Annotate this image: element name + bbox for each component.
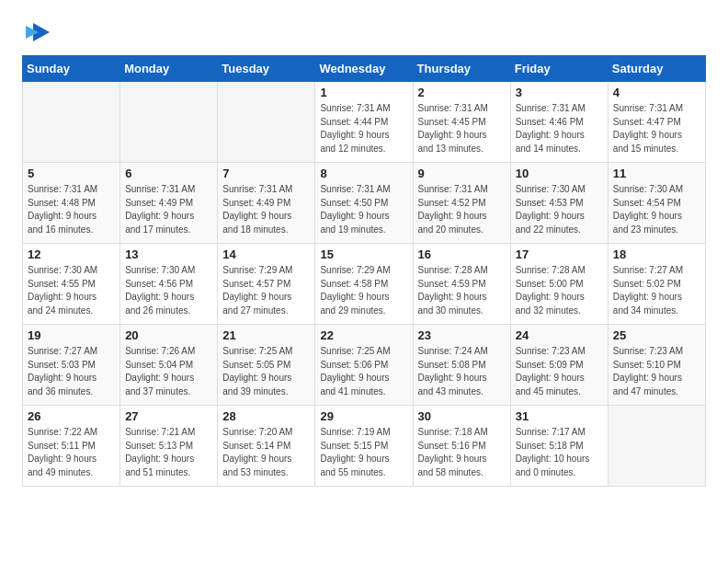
day-info: Sunrise: 7:18 AM Sunset: 5:16 PM Dayligh…: [418, 426, 506, 479]
day-info: Sunrise: 7:30 AM Sunset: 4:55 PM Dayligh…: [28, 264, 115, 317]
day-number: 28: [222, 409, 310, 423]
week-row-0: 1Sunrise: 7:31 AM Sunset: 4:44 PM Daylig…: [23, 82, 706, 163]
weekday-header-tuesday: Tuesday: [218, 56, 315, 82]
day-cell: 23Sunrise: 7:24 AM Sunset: 5:08 PM Dayli…: [413, 325, 510, 406]
day-cell: 4Sunrise: 7:31 AM Sunset: 4:47 PM Daylig…: [608, 82, 705, 163]
day-cell: 22Sunrise: 7:25 AM Sunset: 5:06 PM Dayli…: [315, 325, 413, 406]
day-cell: [218, 82, 315, 163]
day-info: Sunrise: 7:31 AM Sunset: 4:50 PM Dayligh…: [320, 183, 407, 236]
day-number: 5: [28, 167, 115, 180]
day-number: 21: [222, 328, 310, 342]
day-number: 22: [320, 328, 407, 342]
day-number: 16: [418, 247, 506, 261]
weekday-header-saturday: Saturday: [608, 56, 705, 82]
day-info: Sunrise: 7:31 AM Sunset: 4:44 PM Dayligh…: [320, 102, 407, 155]
day-number: 17: [516, 247, 603, 261]
day-info: Sunrise: 7:31 AM Sunset: 4:49 PM Dayligh…: [125, 183, 212, 236]
day-info: Sunrise: 7:27 AM Sunset: 5:03 PM Dayligh…: [28, 345, 115, 398]
day-info: Sunrise: 7:29 AM Sunset: 4:58 PM Dayligh…: [320, 264, 407, 317]
day-cell: 10Sunrise: 7:30 AM Sunset: 4:53 PM Dayli…: [510, 163, 608, 244]
calendar-table: SundayMondayTuesdayWednesdayThursdayFrid…: [22, 55, 706, 487]
day-cell: 24Sunrise: 7:23 AM Sunset: 5:09 PM Dayli…: [510, 325, 608, 406]
day-info: Sunrise: 7:20 AM Sunset: 5:14 PM Dayligh…: [222, 426, 310, 479]
day-info: Sunrise: 7:26 AM Sunset: 5:04 PM Dayligh…: [125, 345, 212, 398]
day-cell: 18Sunrise: 7:27 AM Sunset: 5:02 PM Dayli…: [608, 244, 705, 325]
day-info: Sunrise: 7:28 AM Sunset: 4:59 PM Dayligh…: [418, 264, 506, 317]
week-row-4: 26Sunrise: 7:22 AM Sunset: 5:11 PM Dayli…: [23, 406, 706, 487]
weekday-header-row: SundayMondayTuesdayWednesdayThursdayFrid…: [23, 56, 706, 82]
day-cell: 15Sunrise: 7:29 AM Sunset: 4:58 PM Dayli…: [315, 244, 413, 325]
week-row-2: 12Sunrise: 7:30 AM Sunset: 4:55 PM Dayli…: [23, 244, 706, 325]
day-cell: 31Sunrise: 7:17 AM Sunset: 5:18 PM Dayli…: [510, 406, 608, 487]
day-info: Sunrise: 7:21 AM Sunset: 5:13 PM Dayligh…: [125, 426, 212, 479]
day-number: 24: [516, 328, 603, 342]
weekday-header-sunday: Sunday: [23, 56, 120, 82]
day-info: Sunrise: 7:31 AM Sunset: 4:48 PM Dayligh…: [28, 183, 115, 236]
day-cell: 11Sunrise: 7:30 AM Sunset: 4:54 PM Dayli…: [608, 163, 705, 244]
day-info: Sunrise: 7:28 AM Sunset: 5:00 PM Dayligh…: [516, 264, 603, 317]
day-cell: 27Sunrise: 7:21 AM Sunset: 5:13 PM Dayli…: [120, 406, 218, 487]
day-cell: 7Sunrise: 7:31 AM Sunset: 4:49 PM Daylig…: [218, 163, 315, 244]
day-number: 27: [125, 409, 212, 423]
weekday-header-thursday: Thursday: [413, 56, 510, 82]
day-info: Sunrise: 7:22 AM Sunset: 5:11 PM Dayligh…: [28, 426, 115, 479]
day-cell: 6Sunrise: 7:31 AM Sunset: 4:49 PM Daylig…: [120, 163, 218, 244]
day-number: 8: [320, 167, 407, 180]
week-row-3: 19Sunrise: 7:27 AM Sunset: 5:03 PM Dayli…: [23, 325, 706, 406]
day-info: Sunrise: 7:31 AM Sunset: 4:46 PM Dayligh…: [516, 102, 603, 155]
day-cell: 17Sunrise: 7:28 AM Sunset: 5:00 PM Dayli…: [510, 244, 608, 325]
day-number: 7: [222, 167, 310, 180]
day-cell: 30Sunrise: 7:18 AM Sunset: 5:16 PM Dayli…: [413, 406, 510, 487]
day-cell: 25Sunrise: 7:23 AM Sunset: 5:10 PM Dayli…: [608, 325, 705, 406]
day-info: Sunrise: 7:29 AM Sunset: 4:57 PM Dayligh…: [222, 264, 310, 317]
day-cell: 28Sunrise: 7:20 AM Sunset: 5:14 PM Dayli…: [218, 406, 315, 487]
day-number: 23: [418, 328, 506, 342]
day-number: 11: [613, 167, 700, 180]
day-info: Sunrise: 7:31 AM Sunset: 4:49 PM Dayligh…: [222, 183, 310, 236]
day-number: 18: [613, 247, 700, 261]
day-info: Sunrise: 7:30 AM Sunset: 4:54 PM Dayligh…: [613, 183, 700, 236]
day-cell: 20Sunrise: 7:26 AM Sunset: 5:04 PM Dayli…: [120, 325, 218, 406]
day-number: 2: [418, 86, 506, 99]
logo-icon: [24, 18, 51, 46]
header: [22, 18, 706, 46]
day-cell: [608, 406, 705, 487]
weekday-header-wednesday: Wednesday: [315, 56, 413, 82]
day-cell: 29Sunrise: 7:19 AM Sunset: 5:15 PM Dayli…: [315, 406, 413, 487]
day-cell: 13Sunrise: 7:30 AM Sunset: 4:56 PM Dayli…: [120, 244, 218, 325]
day-info: Sunrise: 7:31 AM Sunset: 4:45 PM Dayligh…: [418, 102, 506, 155]
day-cell: [23, 82, 120, 163]
day-cell: 19Sunrise: 7:27 AM Sunset: 5:03 PM Dayli…: [23, 325, 120, 406]
day-cell: 8Sunrise: 7:31 AM Sunset: 4:50 PM Daylig…: [315, 163, 413, 244]
day-info: Sunrise: 7:27 AM Sunset: 5:02 PM Dayligh…: [613, 264, 700, 317]
day-info: Sunrise: 7:31 AM Sunset: 4:47 PM Dayligh…: [613, 102, 700, 155]
day-cell: 21Sunrise: 7:25 AM Sunset: 5:05 PM Dayli…: [218, 325, 315, 406]
day-number: 30: [418, 409, 506, 423]
day-number: 10: [516, 167, 603, 180]
day-cell: 12Sunrise: 7:30 AM Sunset: 4:55 PM Dayli…: [23, 244, 120, 325]
day-number: 25: [613, 328, 700, 342]
logo: [22, 18, 51, 46]
day-cell: 14Sunrise: 7:29 AM Sunset: 4:57 PM Dayli…: [218, 244, 315, 325]
day-info: Sunrise: 7:30 AM Sunset: 4:53 PM Dayligh…: [516, 183, 603, 236]
day-info: Sunrise: 7:24 AM Sunset: 5:08 PM Dayligh…: [418, 345, 506, 398]
day-number: 19: [28, 328, 115, 342]
day-info: Sunrise: 7:30 AM Sunset: 4:56 PM Dayligh…: [125, 264, 212, 317]
day-number: 12: [28, 247, 115, 261]
day-cell: 3Sunrise: 7:31 AM Sunset: 4:46 PM Daylig…: [510, 82, 608, 163]
day-cell: 5Sunrise: 7:31 AM Sunset: 4:48 PM Daylig…: [23, 163, 120, 244]
day-number: 9: [418, 167, 506, 180]
day-cell: [120, 82, 218, 163]
day-cell: 2Sunrise: 7:31 AM Sunset: 4:45 PM Daylig…: [413, 82, 510, 163]
day-cell: 16Sunrise: 7:28 AM Sunset: 4:59 PM Dayli…: [413, 244, 510, 325]
day-info: Sunrise: 7:25 AM Sunset: 5:05 PM Dayligh…: [222, 345, 310, 398]
day-info: Sunrise: 7:23 AM Sunset: 5:10 PM Dayligh…: [613, 345, 700, 398]
weekday-header-monday: Monday: [120, 56, 218, 82]
day-number: 1: [320, 86, 407, 99]
day-number: 29: [320, 409, 407, 423]
day-info: Sunrise: 7:17 AM Sunset: 5:18 PM Dayligh…: [516, 426, 603, 479]
day-number: 3: [516, 86, 603, 99]
day-number: 15: [320, 247, 407, 261]
day-info: Sunrise: 7:23 AM Sunset: 5:09 PM Dayligh…: [516, 345, 603, 398]
week-row-1: 5Sunrise: 7:31 AM Sunset: 4:48 PM Daylig…: [23, 163, 706, 244]
